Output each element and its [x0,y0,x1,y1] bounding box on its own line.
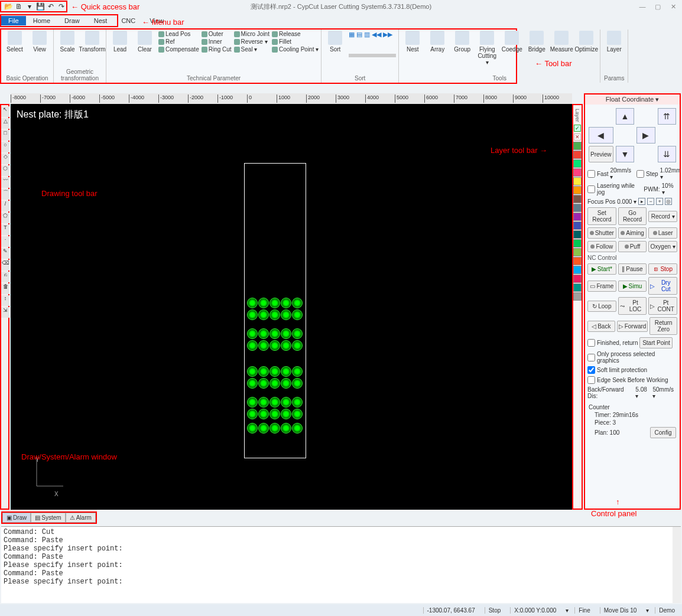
ribbon-layer-button[interactable]: Layer [603,31,625,53]
pwm-value[interactable]: 10% ▾ [662,182,677,195]
backfwd-val1[interactable]: 5.08 ▾ [635,386,651,399]
drawtool-9[interactable]: ⬠ [1,213,9,223]
finished-value[interactable]: Start Point [639,337,673,348]
oxygen-button[interactable]: Oxygen ▾ [648,241,677,252]
nested-parts-row[interactable] [247,378,303,389]
ribbon-bridge-button[interactable]: Bridge [525,31,548,53]
layer-swatch-4[interactable] [573,177,582,185]
minimize-button[interactable]: — [637,3,648,11]
drawtool-12[interactable]: ✎ [1,248,9,259]
ribbon-view-button[interactable]: View [28,31,51,53]
forward-button[interactable]: ▷ Forward [617,321,648,332]
layer-swatch-8[interactable] [573,213,582,221]
ribbon-lead-pos-button[interactable]: Lead Pos [158,31,199,37]
qat-redo-icon[interactable]: ↷ [57,2,66,11]
ribbon-release-button[interactable]: Release [272,31,319,37]
tab-view[interactable]: View [142,16,171,25]
ptcont-button[interactable]: ▷ Pt CONT [648,297,677,315]
drawtool-10[interactable]: T [1,224,9,235]
nested-parts-row[interactable] [247,309,303,320]
ribbon-nest-button[interactable]: Nest [401,31,424,53]
edgeseek-checkbox[interactable] [587,376,595,384]
step-checkbox[interactable] [636,170,644,178]
shutter-button[interactable]: Shutter [587,227,616,239]
drawtool-16[interactable]: ↕ [1,295,9,306]
fast-value[interactable]: 20mm/s ▾ [610,167,631,180]
ribbon-optimize-button[interactable]: Optimize [575,31,597,53]
ribbon-inner-button[interactable]: Inner [202,38,232,45]
ribbon-flying-cutting--button[interactable]: Flying Cutting ▾ [476,31,498,66]
jog-up-button[interactable]: ▲ [616,108,634,125]
tab-nest[interactable]: Nest [87,16,115,25]
config-button[interactable]: Config [650,427,676,438]
ribbon-cooling-point--button[interactable]: Cooling Point ▾ [272,46,319,53]
jog-left-button[interactable]: ◀ [589,127,613,144]
ribbon-micro-joint-button[interactable]: Micro Joint [234,31,269,37]
fast-checkbox[interactable] [587,170,595,178]
ribbon-reverse--button[interactable]: Reverse ▾ [234,38,269,45]
nested-parts-row[interactable] [247,409,303,419]
tab-cnc[interactable]: CNC [114,16,142,25]
nested-parts-row[interactable] [247,328,303,339]
drawtool-6[interactable]: 〰 [1,177,9,188]
backfwd-val2[interactable]: 50mm/s ▾ [652,386,677,399]
start-button[interactable]: ▶ Start* [587,263,616,275]
btab-alarm[interactable]: ⚠ Alarm [66,513,96,523]
ribbon-scale-button[interactable]: Scale [56,31,79,53]
loop-button[interactable]: ↻ Loop [587,301,616,312]
follow-button[interactable]: Follow [587,241,616,252]
drawtool-15[interactable]: 🗑 [1,283,9,294]
drawtool-17[interactable]: ⇲ [1,307,9,318]
drawtool-4[interactable]: ◇ [1,154,9,164]
layer-swatch-6[interactable] [573,195,582,203]
laser-button[interactable]: Laser [648,227,677,239]
drawtool-7[interactable]: ⌒ [1,189,9,200]
layer-swatch-13[interactable] [573,257,582,265]
btab-system[interactable]: ▤ System [31,513,65,523]
layer-swatch-3[interactable] [573,168,582,177]
returnzero-button[interactable]: Return Zero [649,317,677,335]
layer-swatch-2[interactable] [573,159,582,168]
status-xy[interactable]: X:0.000 Y:0.000 [510,607,560,614]
ribbon-seal--button[interactable]: Seal ▾ [234,46,269,53]
ribbon-ref-button[interactable]: Ref [158,38,199,45]
tab-home[interactable]: Home [26,16,57,25]
ribbon-measure-button[interactable]: Measure [550,31,573,53]
ribbon-transform-button[interactable]: Transform [81,31,103,53]
layer-swatch-17[interactable] [573,292,582,301]
qat-save-icon[interactable]: 💾 [35,2,45,11]
btab-draw[interactable]: ▣ Draw [2,513,31,523]
sort-slider[interactable] [349,54,396,57]
layer-swatch-16[interactable] [573,283,582,292]
focus-target-icon[interactable]: ◎ [665,198,672,205]
back-button[interactable]: ◁ Back [587,321,615,332]
qat-open-icon[interactable]: 📂 [4,2,13,11]
puff-button[interactable]: Puff [618,241,647,252]
drawtool-8[interactable]: / [1,201,9,211]
nested-parts-row[interactable] [247,366,303,377]
layer-swatch-12[interactable] [573,248,582,256]
qat-new-icon[interactable]: 🗎 [14,2,24,11]
softlimit-checkbox[interactable] [587,366,595,374]
layer-swatch-1[interactable] [573,151,582,159]
jog-zplus-button[interactable]: ⇈ [658,108,676,125]
float-coordinate-dropdown[interactable]: Float Coordinate ▾ [585,94,680,105]
drawtool-5[interactable]: ⬡ [1,165,9,176]
drawtool-2[interactable]: □ [1,130,9,141]
focus-next-icon[interactable]: ▸ [638,198,645,205]
focus-plus-icon[interactable]: + [656,198,663,205]
layer-swatch-5[interactable] [573,186,582,194]
layer-swatch-15[interactable] [573,275,582,283]
drawtool-14[interactable]: ⎌ [1,272,9,282]
go-record-button[interactable]: Go Record [618,207,647,225]
record-dd-button[interactable]: Record ▾ [648,211,677,222]
qat-undo-icon[interactable]: ↶ [46,2,56,11]
set-record-button[interactable]: Set Record [587,207,616,225]
drawtool-3[interactable]: ○ [1,142,9,152]
ribbon-sort-button[interactable]: Sort [324,31,346,53]
ribbon-group-button[interactable]: Group [451,31,473,53]
drycut-button[interactable]: ▷ Dry Cut [648,277,677,295]
ribbon-compensate-button[interactable]: Compensate [158,46,199,53]
finished-checkbox[interactable] [587,339,595,347]
ribbon-ring-cut-button[interactable]: Ring Cut [202,46,232,53]
